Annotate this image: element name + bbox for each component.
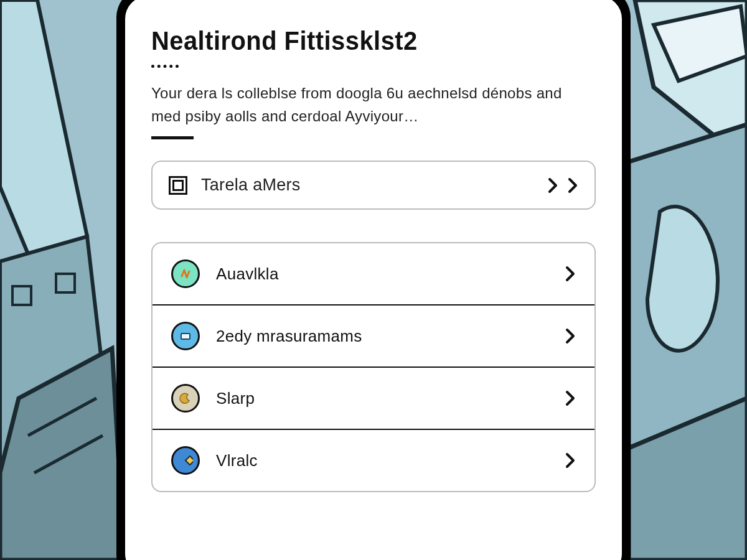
chevron-right-icon — [565, 390, 576, 407]
activity-icon — [171, 259, 200, 288]
chevron-right-icon — [547, 177, 558, 194]
list-square-icon — [169, 176, 187, 195]
page-title: Nealtirond Fittissklst2 — [151, 26, 573, 56]
sleep-icon — [171, 384, 200, 413]
chevron-right-icon — [565, 327, 576, 345]
category-label: Auavlkla — [216, 264, 565, 284]
primary-label: Tarela aMers — [201, 175, 547, 195]
title-divider — [151, 65, 179, 68]
category-row-activity[interactable]: Auavlkla — [153, 243, 594, 304]
category-label: Vlralc — [216, 451, 565, 470]
chevron-right-icon — [565, 265, 576, 282]
vitals-icon — [171, 446, 200, 475]
category-label: 2edy mrasuramams — [216, 327, 565, 346]
category-label: Slarp — [216, 389, 565, 408]
description-underline — [151, 136, 194, 139]
svg-rect-5 — [181, 334, 190, 339]
category-list: Auavlkla 2edy mrasuramams Slarp — [151, 242, 596, 492]
chevron-right-icon — [565, 452, 576, 469]
body-icon — [171, 322, 200, 350]
primary-card: Tarela aMers — [151, 161, 596, 210]
primary-row[interactable]: Tarela aMers — [153, 162, 594, 208]
category-row-sleep[interactable]: Slarp — [153, 366, 594, 429]
page-description: Your dera ls colleblse from doogla 6u ae… — [151, 82, 596, 128]
svg-rect-6 — [186, 456, 193, 465]
device-frame: Nealtirond Fittissklst2 Your dera ls col… — [116, 0, 631, 560]
chevron-right-icon — [567, 177, 578, 194]
chevron-group — [547, 177, 578, 194]
screen: Nealtirond Fittissklst2 Your dera ls col… — [125, 0, 622, 560]
category-row-vitals[interactable]: Vlralc — [153, 429, 594, 491]
category-row-body[interactable]: 2edy mrasuramams — [153, 304, 594, 366]
